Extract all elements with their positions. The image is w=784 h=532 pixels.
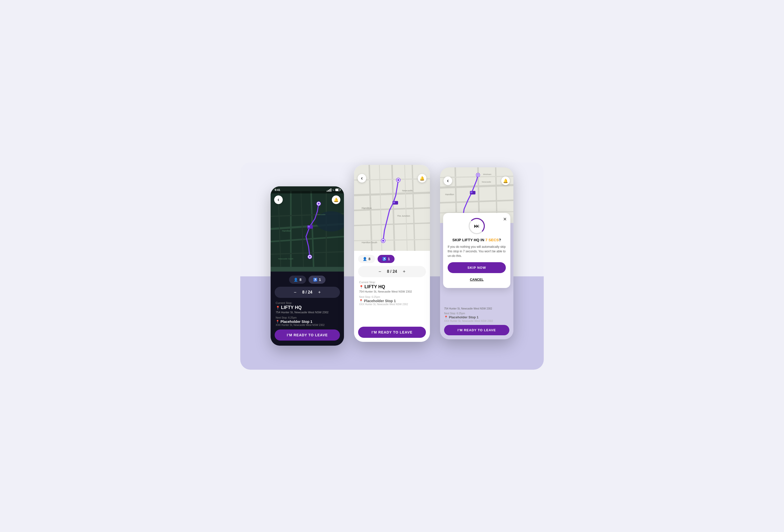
battery-icon [335, 189, 340, 191]
svg-text:Newcastle: Newcastle [402, 189, 413, 192]
bell-icon-3: 🔔 [503, 178, 508, 183]
phone1-person-count: 8 [300, 278, 302, 282]
phone2-increment-button[interactable]: + [401, 269, 407, 275]
next-pin-icon-2: 📍 [359, 299, 363, 303]
phone3-ready-button[interactable]: I'M READY TO LEAVE [444, 325, 509, 335]
phone1-next-stop-name: Placeholder Stop 1 [280, 319, 312, 324]
phone3-back-button[interactable] [444, 176, 452, 185]
phone2-stop-name: LIFTY HQ [364, 284, 385, 289]
back-icon-2 [361, 175, 363, 181]
cancel-button[interactable]: CANCEL [448, 276, 506, 283]
skip-title-suffix: ? [499, 238, 501, 242]
skip-now-button[interactable]: SKIP NOW [448, 262, 506, 273]
skip-title-prefix: SKIP LIFTY HQ IN [452, 238, 485, 242]
phone1-counter-row: − 8 / 24 + [275, 287, 340, 298]
phone2-wheelchair-count: 1 [388, 257, 390, 261]
svg-point-14 [309, 256, 311, 258]
phone2-counter-value: 8 / 24 [387, 269, 397, 274]
phone1-bottom-panel: 👤 8 ♿ 1 − 8 / 24 + Current Stop: 📍 LIFTY… [271, 272, 344, 346]
phone2-bottom-panel: 👤 8 ♿ 1 − 8 / 24 + Current Stop: 📍 LIFTY… [354, 251, 430, 342]
skip-timer-value: 7 SECS [485, 238, 499, 242]
svg-point-16 [318, 203, 320, 205]
phone3-next-row: 📍 Placeholder Stop 1 [444, 315, 509, 319]
skip-modal: ✕ ⏭ SKIP LIFTY HQ IN 7 SECS? If you do n… [443, 213, 510, 288]
phone-1: Hamilton Newcastle Newcastle South 9:41 … [271, 186, 344, 346]
phone3-next-section: Next Stop: 6:25pm 📍 Placeholder Stop 1 X… [444, 312, 509, 323]
svg-text:Newcastle South: Newcastle South [278, 258, 293, 260]
phone-3: Hamilton Newcastle Wickham 🔔 ✕ ⏭ SKI [440, 167, 513, 339]
svg-rect-12 [308, 226, 310, 228]
phone3-next-label: Next Stop: 6:25pm [444, 312, 509, 315]
phone3-next-address: XXX Hunter St, Newcastle West NSW 2302 [444, 319, 509, 323]
phone3-next-stop-name: Placeholder Stop 1 [449, 315, 478, 319]
svg-text:Hamilton: Hamilton [362, 207, 371, 209]
skip-next-icon: ⏭ [474, 223, 479, 229]
wheelchair-icon: ♿ [313, 278, 317, 282]
wheelchair-icon-2: ♿ [382, 257, 387, 261]
phone2-decrement-button[interactable]: − [377, 269, 383, 275]
modal-close-button[interactable]: ✕ [503, 217, 507, 222]
phone2-map-area: Hamilton Newcastle Hamilton South The Ju… [354, 165, 430, 251]
phone1-ready-button[interactable]: I'M READY TO LEAVE [275, 330, 340, 341]
phone1-next-stop-row: 📍 Placeholder Stop 1 [276, 319, 339, 324]
phone2-stop-name-row: 📍 LIFTY HQ [359, 284, 425, 289]
phone1-next-address: XXX Hunter St, Newcastle West NSW 2302 [276, 324, 339, 327]
phone2-person-badge[interactable]: 👤 8 [358, 255, 375, 263]
phone2-next-stop-name: Placeholder Stop 1 [364, 299, 396, 303]
svg-point-36 [397, 179, 399, 181]
svg-point-54 [477, 174, 479, 176]
svg-rect-50 [470, 191, 472, 193]
phone2-next-stop-label: Next Stop: 6:25pm [359, 296, 425, 298]
svg-text:Hamilton: Hamilton [282, 230, 291, 232]
wifi-icon: ∿ [332, 189, 334, 191]
phone1-passenger-row: 👤 8 ♿ 1 [275, 276, 340, 284]
phone1-stop-address: 754 Hunter St, Newcastle West NSW 2302 [276, 311, 339, 314]
phone1-time: 9:41 [275, 188, 280, 191]
phone1-increment-button[interactable]: + [316, 289, 323, 295]
svg-point-34 [382, 240, 384, 242]
svg-text:Hamilton South: Hamilton South [362, 241, 377, 244]
phone1-stop-info: Current Stop: 📍 LIFTY HQ 754 Hunter St, … [275, 301, 340, 327]
svg-text:Wickham: Wickham [483, 173, 492, 175]
back-icon-3 [447, 177, 449, 184]
phone1-back-button[interactable] [274, 195, 283, 204]
phone2-notification-button[interactable]: 🔔 [418, 174, 426, 183]
phone1-wheelchair-badge[interactable]: ♿ 1 [309, 276, 326, 284]
phone2-stop-info: Current Stop: 📍 LIFTY HQ 754 Hunter St, … [358, 281, 426, 309]
phone1-stop-name: LIFTY HQ [281, 305, 302, 310]
phone2-ready-button[interactable]: I'M READY TO LEAVE [358, 327, 426, 338]
phone3-notification-button[interactable]: 🔔 [501, 176, 510, 185]
phone-2: Hamilton Newcastle Hamilton South The Ju… [354, 165, 430, 342]
phone1-stop-name-row: 📍 LIFTY HQ [276, 305, 339, 310]
phone1-status-bar: 9:41 ∿ [271, 186, 344, 193]
phone2-person-count: 8 [368, 257, 370, 261]
phone2-passenger-row: 👤 8 ♿ 1 [358, 255, 426, 263]
skip-modal-title: SKIP LIFTY HQ IN 7 SECS? [448, 238, 506, 242]
skip-timer-circle: ⏭ [469, 218, 485, 234]
next-pin-icon: 📍 [276, 320, 279, 324]
svg-text:The Junction: The Junction [397, 215, 410, 217]
svg-rect-32 [393, 201, 395, 203]
phone2-counter-row: − 8 / 24 + [358, 266, 426, 277]
page-wrapper: Hamilton Newcastle Newcastle South 9:41 … [240, 162, 544, 370]
bell-icon-2: 🔔 [420, 176, 425, 181]
phone1-notification-button[interactable]: 🔔 [332, 195, 340, 204]
person-icon-2: 👤 [363, 257, 367, 261]
person-icon: 👤 [293, 278, 298, 282]
phone2-next-stop-row: 📍 Placeholder Stop 1 [359, 299, 425, 303]
phone1-current-stop-label: Current Stop: [276, 301, 339, 304]
phone3-stop-address: 754 Hunter St, Newcastle West NSW 2302 [444, 307, 509, 310]
phone2-back-button[interactable] [358, 174, 366, 183]
phone1-status-icons: ∿ [327, 188, 340, 192]
phone2-wheelchair-badge[interactable]: ♿ 1 [377, 255, 394, 263]
phone1-wheelchair-count: 1 [319, 278, 321, 282]
svg-text:Newcastle: Newcastle [482, 181, 491, 183]
phone1-next-stop-label: Next Stop: 6:25pm [276, 316, 339, 319]
phone1-decrement-button[interactable]: − [292, 289, 298, 295]
phone1-person-badge[interactable]: 👤 8 [289, 276, 306, 284]
svg-text:Hamilton: Hamilton [445, 193, 454, 196]
next-pin-icon-3: 📍 [444, 315, 448, 319]
bell-icon: 🔔 [334, 197, 339, 202]
signal-icon [327, 188, 331, 192]
back-icon [277, 196, 279, 203]
